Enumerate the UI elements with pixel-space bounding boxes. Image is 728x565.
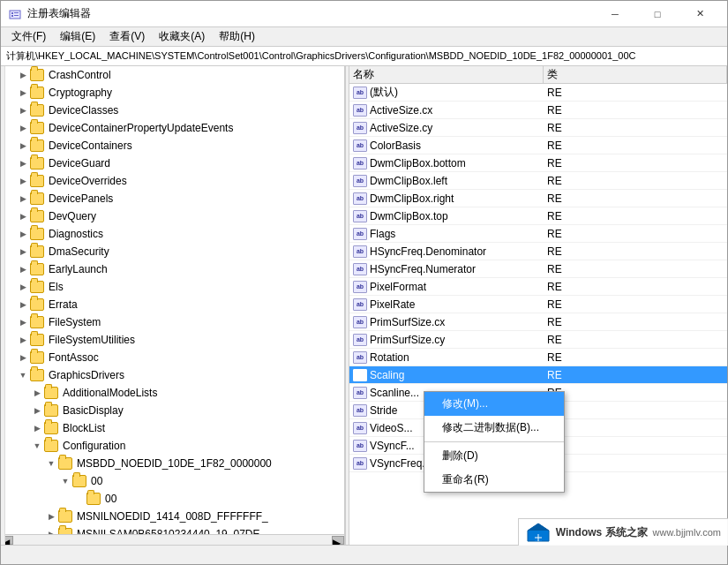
list-row[interactable]: abColorBasisRE	[349, 137, 727, 154]
registry-icon: ab	[353, 351, 367, 364]
folder-icon-00-l4	[72, 475, 86, 487]
tree-item-00-l5[interactable]: 00	[5, 490, 344, 508]
list-row[interactable]: abPrimSurfSize.cxRE	[349, 313, 727, 331]
tree-item-00-l4[interactable]: ▼ 00	[5, 472, 344, 490]
tree-hscrollbar[interactable]: ◀ ▶	[1, 534, 344, 545]
list-row[interactable]: abPixelRateRE	[349, 296, 727, 313]
svg-rect-0	[10, 11, 20, 19]
folder-icon-msnilnoedid	[58, 510, 72, 523]
tree-item-cryptography[interactable]: ▶ Cryptography	[5, 84, 344, 102]
expand-icon-basicdisplay: ▶	[30, 403, 44, 418]
list-row[interactable]: abPrimSurfSize.cyRE	[349, 331, 727, 349]
tree-item-fontassoc[interactable]: ▶ FontAssoc	[5, 349, 344, 366]
context-menu-modify-binary[interactable]: 修改二进制数据(B)...	[424, 416, 564, 440]
minimize-button[interactable]: ─	[595, 1, 635, 27]
hscroll-right-btn[interactable]: ▶	[332, 536, 344, 545]
tree-item-deviceclasses[interactable]: ▶ DeviceClasses	[5, 102, 344, 119]
tree-item-crashcontrol[interactable]: ▶ CrashControl	[5, 66, 344, 84]
list-item-type: RE	[544, 104, 727, 117]
svg-rect-10	[535, 539, 538, 542]
maximize-button[interactable]: □	[637, 1, 678, 27]
list-row[interactable]: abActiveSize.cyRE	[349, 119, 727, 137]
folder-icon-deviceoverrides	[30, 175, 44, 187]
list-item-name: VSyncF...	[370, 440, 415, 452]
folder-icon-errata	[30, 298, 44, 311]
title-bar-left: 注册表编辑器	[8, 6, 91, 21]
expand-icon-earlylaunch: ▶	[16, 262, 30, 276]
tree-label-blocklist: BlockList	[63, 422, 105, 434]
list-row[interactable]: abFlagsRE	[349, 225, 727, 243]
tree-item-devicepanels[interactable]: ▶ DevicePanels	[5, 190, 344, 207]
tree-item-els[interactable]: ▶ Els	[5, 278, 344, 296]
list-item-name: VideoS...	[370, 422, 412, 434]
list-row[interactable]: abDwmClipBox.bottomRE	[349, 154, 727, 172]
tree-item-devquery[interactable]: ▶ DevQuery	[5, 207, 344, 225]
tree-label-00-l5: 00	[105, 493, 116, 505]
expand-icon-blocklist: ▶	[30, 421, 44, 435]
expand-icon-filesystemutilities: ▶	[16, 333, 30, 347]
folder-icon-dmasecurity	[30, 245, 44, 258]
tree-item-additionalmodelists[interactable]: ▶ AdditionalModeLists	[5, 384, 344, 402]
folder-icon-fontassoc	[30, 351, 44, 364]
menu-favorites[interactable]: 收藏夹(A)	[152, 27, 212, 46]
list-item-type: RE	[544, 122, 727, 134]
tree-label-fontassoc: FontAssoc	[49, 351, 99, 364]
tree-item-devicecontainerprop[interactable]: ▶ DeviceContainerPropertyUpdateEvents	[5, 119, 344, 137]
expand-icon-cryptography: ▶	[16, 86, 30, 100]
folder-icon-configuration	[44, 440, 58, 452]
menu-file[interactable]: 文件(F)	[4, 27, 53, 46]
tree-item-basicdisplay[interactable]: ▶ BasicDisplay	[5, 402, 344, 419]
svg-rect-11	[538, 539, 542, 542]
list-row[interactable]: abHSyncFreq.DenominatorRE	[349, 243, 727, 260]
context-menu-modify[interactable]: 修改(M)...	[424, 392, 564, 416]
menu-edit[interactable]: 编辑(E)	[53, 27, 102, 46]
close-button[interactable]: ✕	[679, 1, 720, 27]
list-row[interactable]: abHSyncFreq.NumeratorRE	[349, 260, 727, 278]
tree-item-deviceguard[interactable]: ▶ DeviceGuard	[5, 154, 344, 172]
registry-icon: ab	[353, 298, 367, 311]
tree-item-errata[interactable]: ▶ Errata	[5, 296, 344, 313]
tree-label-msnilnoedid: MSNILNOEDID_1414_008D_FFFFFFF_	[77, 510, 268, 523]
tree-label-cryptography: Cryptography	[49, 87, 112, 99]
registry-icon: ab	[353, 175, 367, 187]
tree-item-graphicsdrivers[interactable]: ▼ GraphicsDrivers	[5, 366, 344, 384]
folder-icon-additionalmodelists	[44, 387, 58, 399]
expand-icon-00-l4: ▼	[58, 474, 72, 488]
tree-item-configuration[interactable]: ▼ Configuration	[5, 437, 344, 455]
list-row[interactable]: abActiveSize.cxRE	[349, 102, 727, 119]
menu-view[interactable]: 查看(V)	[102, 27, 152, 46]
menu-help[interactable]: 帮助(H)	[212, 27, 262, 46]
svg-rect-4	[14, 15, 19, 16]
expand-icon-deviceoverrides: ▶	[16, 174, 30, 188]
list-row[interactable]: abScalingRE	[349, 366, 727, 384]
tree-panel[interactable]: ▶ CrashControl ▶ Cryptography ▶ DeviceCl…	[1, 66, 345, 545]
context-menu-delete[interactable]: 删除(D)	[424, 444, 564, 468]
registry-icon: ab	[353, 440, 367, 452]
tree-item-filesystemutilities[interactable]: ▶ FileSystemUtilities	[5, 331, 344, 349]
tree-item-msnilnoedid[interactable]: ▶ MSNILNOEDID_1414_008D_FFFFFFF_	[5, 508, 344, 525]
tree-item-devicecontainers[interactable]: ▶ DeviceContainers	[5, 137, 344, 154]
list-row[interactable]: abRotationRE	[349, 349, 727, 366]
context-menu-rename[interactable]: 重命名(R)	[424, 468, 564, 492]
tree-item-blocklist[interactable]: ▶ BlockList	[5, 419, 344, 437]
registry-icon: ab	[353, 281, 367, 293]
windows-logo-icon	[526, 522, 551, 543]
tree-label-deviceguard: DeviceGuard	[49, 157, 110, 170]
list-row[interactable]: ab(默认)RE	[349, 84, 727, 102]
tree-item-dmasecurity[interactable]: ▶ DmaSecurity	[5, 243, 344, 260]
tree-item-filesystem[interactable]: ▶ FileSystem	[5, 313, 344, 331]
list-row[interactable]: abDwmClipBox.leftRE	[349, 172, 727, 190]
list-item-name: (默认)	[370, 85, 398, 100]
list-row[interactable]: abDwmClipBox.rightRE	[349, 190, 727, 207]
list-item-name: DwmClipBox.left	[370, 175, 447, 187]
list-row[interactable]: abPixelFormatRE	[349, 278, 727, 296]
tree-item-earlylaunch[interactable]: ▶ EarlyLaunch	[5, 260, 344, 278]
tree-item-diagnostics[interactable]: ▶ Diagnostics	[5, 225, 344, 243]
tree-item-msbdd[interactable]: ▼ MSBDD_NOEDID_10DE_1F82_0000000	[5, 455, 344, 472]
tree-item-deviceoverrides[interactable]: ▶ DeviceOverrides	[5, 172, 344, 190]
list-item-type: RE	[544, 422, 727, 434]
list-row[interactable]: abDwmClipBox.topRE	[349, 207, 727, 225]
window-controls: ─ □ ✕	[595, 1, 720, 27]
folder-icon-deviceguard	[30, 157, 44, 170]
list-item-name: Rotation	[370, 351, 409, 364]
